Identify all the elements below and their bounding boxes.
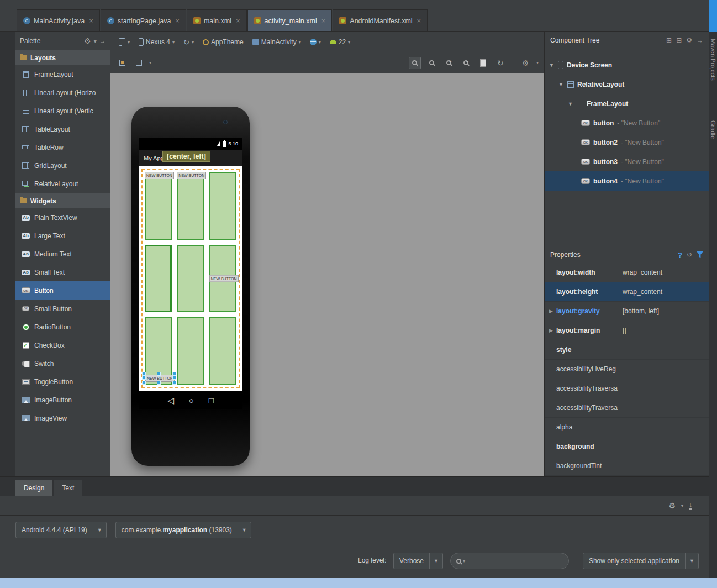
tab-androidmanifest-xml[interactable]: AndroidManifest.xml ×	[333, 9, 428, 32]
chevron-down-icon[interactable]: ▾	[149, 60, 151, 65]
device-screen[interactable]: 5:10 My Applic [center, left] NEW BUTTON	[139, 138, 242, 410]
palette-item-linearlayout-horizontal[interactable]: LinearLayout (Horizo	[15, 83, 110, 102]
palette-item-relativelayout[interactable]: RelativeLayout	[15, 175, 110, 193]
zoom-in-icon[interactable]: +	[443, 57, 455, 69]
tree-node-button3[interactable]: OK button3 - "New Button"	[545, 152, 709, 171]
palette-item-togglebutton[interactable]: ToggleButton	[15, 372, 110, 391]
process-dropdown[interactable]: com.example.myapplication (13903) ▼	[115, 522, 251, 538]
chevron-down-icon[interactable]: ▾	[463, 559, 465, 564]
selection-handle[interactable]	[172, 376, 176, 380]
design-canvas[interactable]: 5:10 My Applic [center, left] NEW BUTTON	[110, 74, 544, 476]
palette-item-switch[interactable]: Switch	[15, 354, 110, 372]
chevron-down-icon[interactable]: ▾	[93, 38, 97, 45]
property-row[interactable]: layout:width wrap_content	[545, 263, 709, 282]
selection-handle[interactable]	[142, 381, 146, 385]
chevron-down-icon[interactable]: ▼	[429, 553, 442, 569]
palette-item-tablerow[interactable]: TableRow	[15, 138, 110, 156]
chevron-down-icon[interactable]: ▼	[238, 522, 251, 538]
log-level-dropdown[interactable]: Verbose ▼	[393, 553, 443, 569]
tab-activity-main-xml[interactable]: activity_main.xml ×	[247, 9, 333, 32]
palette-item-medium-text[interactable]: Ab Medium Text	[15, 245, 110, 263]
close-icon[interactable]: ×	[236, 17, 240, 25]
close-icon[interactable]: ×	[321, 17, 326, 25]
palette-item-checkbox[interactable]: ✓ CheckBox	[15, 336, 110, 354]
selection-handle[interactable]	[142, 376, 146, 380]
palette-section-layouts[interactable]: Layouts	[15, 50, 110, 65]
tree-node-button4[interactable]: OK button4 - "New Button"	[545, 171, 709, 191]
button-preview[interactable]: NEW BUTTON	[145, 172, 174, 179]
selection-handle[interactable]	[157, 372, 161, 376]
layout-cell[interactable]	[177, 317, 204, 385]
palette-item-radiobutton[interactable]: RadioButton	[15, 318, 110, 336]
palette-item-linearlayout-vertical[interactable]: LinearLayout (Vertic	[15, 102, 110, 120]
layout-content[interactable]: NEW BUTTON NEW BUTTON NEW BUTTON	[139, 166, 242, 391]
tab-design[interactable]: Design	[15, 480, 52, 496]
scroll-to-source-icon[interactable]: →	[697, 36, 703, 44]
palette-item-large-text[interactable]: Ab Large Text	[15, 227, 110, 245]
layout-cell[interactable]: NEW BUTTON	[209, 245, 236, 313]
rotate-selector[interactable]: ↻ ▾	[180, 32, 198, 52]
property-row[interactable]: backgroundTint	[545, 456, 709, 476]
property-row[interactable]: background	[545, 437, 709, 456]
preview-file-icon[interactable]	[477, 57, 489, 69]
property-value[interactable]: []	[623, 327, 709, 334]
layout-cell[interactable]	[209, 317, 236, 385]
zoom-to-fit-icon[interactable]	[409, 57, 421, 69]
expander-icon[interactable]: ▼	[568, 101, 573, 107]
tree-node-device-screen[interactable]: ▼ Device Screen	[545, 55, 709, 75]
tree-node-button2[interactable]: OK button2 - "New Button"	[545, 133, 709, 152]
layout-cell[interactable]: NEW BUTTON	[177, 172, 204, 240]
property-row[interactable]: alpha	[545, 418, 709, 437]
property-value[interactable]: wrap_content	[623, 269, 709, 276]
orientation-selector[interactable]: ▾	[115, 32, 134, 52]
property-key[interactable]: layout:gravity	[556, 307, 623, 315]
chevron-down-icon[interactable]: ▾	[536, 60, 539, 65]
property-row[interactable]: accessibilityTraversa	[545, 398, 709, 418]
api-level-selector[interactable]: 22 ▾	[326, 32, 354, 52]
close-icon[interactable]: ×	[89, 17, 93, 25]
palette-item-plain-textview[interactable]: Ab Plain TextView	[15, 208, 110, 227]
selected-button[interactable]: NEW BUTTON	[144, 374, 174, 382]
selection-handle[interactable]	[142, 372, 146, 376]
theme-selector[interactable]: AppTheme	[199, 32, 247, 52]
property-row[interactable]: style	[545, 340, 709, 360]
palette-item-framelayout[interactable]: FrameLayout	[15, 65, 110, 83]
palette-item-imageview[interactable]: ImageView	[15, 409, 110, 427]
layout-cell[interactable]	[145, 245, 172, 313]
button-preview[interactable]: NEW BUTTON	[209, 275, 239, 282]
design-mode-icon[interactable]	[116, 57, 128, 69]
property-row[interactable]: layout:height wrap_content	[545, 282, 709, 302]
layout-cell[interactable]	[177, 245, 204, 313]
button-preview[interactable]: NEW BUTTON	[177, 172, 206, 179]
tab-mainactivity-java[interactable]: C MainActivity.java ×	[17, 9, 100, 32]
palette-item-gridlayout[interactable]: GridLayout	[15, 156, 110, 175]
tab-main-xml[interactable]: main.xml ×	[187, 9, 247, 32]
expand-icon[interactable]: ▶	[549, 308, 556, 314]
tab-startingpage-java[interactable]: C startingPage.java ×	[101, 9, 186, 32]
logcat-search-input[interactable]: ▾	[450, 553, 569, 569]
expander-icon[interactable]: ▼	[558, 82, 564, 87]
gear-icon[interactable]: ⚙	[686, 36, 692, 44]
property-value[interactable]: wrap_content	[623, 288, 709, 296]
palette-item-small-text[interactable]: Ab Small Text	[15, 263, 110, 281]
zoom-actual-size-icon[interactable]	[426, 57, 438, 69]
help-icon[interactable]: ?	[678, 251, 682, 259]
chevron-down-icon[interactable]: ▾	[681, 503, 683, 508]
expand-icon[interactable]: ▶	[549, 328, 556, 333]
layout-cell[interactable]	[209, 172, 236, 240]
palette-item-tablelayout[interactable]: TableLayout	[15, 120, 110, 138]
property-row[interactable]: accessibilityTraversa	[545, 379, 709, 398]
maven-projects-tool-button[interactable]: Maven Projects	[710, 39, 716, 81]
palette-item-small-button[interactable]: OK Small Button	[15, 300, 110, 318]
reset-icon[interactable]: ↺	[687, 251, 692, 259]
activity-selector[interactable]: MainActivity ▾	[249, 32, 305, 52]
locale-selector[interactable]: ▾	[306, 32, 325, 52]
collapse-all-icon[interactable]: ⊟	[676, 36, 682, 44]
property-row[interactable]: accessibilityLiveReg	[545, 360, 709, 379]
gear-icon[interactable]: ⚙	[84, 37, 91, 45]
tab-text[interactable]: Text	[54, 480, 82, 496]
refresh-icon[interactable]: ↻	[494, 57, 507, 69]
selection-handle[interactable]	[172, 372, 176, 376]
device-selector[interactable]: Nexus 4 ▾	[135, 32, 178, 52]
property-row[interactable]: ▶ layout:margin []	[545, 321, 709, 340]
